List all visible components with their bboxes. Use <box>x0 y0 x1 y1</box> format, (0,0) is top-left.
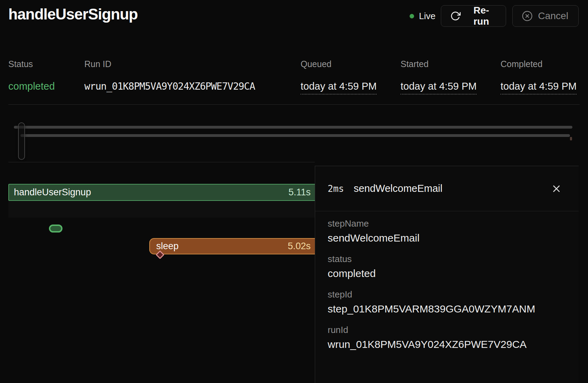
run-id-value: wrun_01K8PM5VA9Y024XZ6PWE7V29CA <box>84 81 255 92</box>
meta-run-id-label: Run ID <box>84 59 111 69</box>
gantt-step-pill-sendwelcomeemail[interactable] <box>49 225 62 233</box>
completed-time-value[interactable]: today at 4:59 PM <box>501 81 577 95</box>
meta-completed-label: Completed <box>501 59 543 69</box>
meta-queued: Queued today at 4:59 PM <box>301 59 331 69</box>
gantt-row-highlight <box>8 201 315 218</box>
live-status-dot-icon <box>410 14 414 18</box>
gantt-bar-workflow[interactable]: handleUserSignup 5.11s <box>8 184 315 201</box>
field-stepid-value: step_01K8PM5VARM839GGA0WZYM7ANM <box>328 303 566 315</box>
meta-queued-label: Queued <box>301 59 331 69</box>
cancel-button[interactable]: Cancel <box>512 5 579 27</box>
page-title: handleUserSignup <box>8 6 138 23</box>
close-icon <box>551 183 562 194</box>
gantt-bar-workflow-label: handleUserSignup <box>14 187 91 198</box>
started-time-value[interactable]: today at 4:59 PM <box>401 81 477 95</box>
field-status-value: completed <box>328 268 566 279</box>
refresh-icon <box>450 11 461 21</box>
field-stepname-label: stepName <box>328 218 566 229</box>
rerun-button[interactable]: Re-run <box>441 5 506 27</box>
meta-run-id: Run ID wrun_01K8PM5VA9Y024XZ6PWE7V29CA <box>84 59 111 69</box>
rerun-button-label: Re-run <box>466 5 497 27</box>
live-label: Live <box>419 11 436 22</box>
panel-close-button[interactable] <box>551 183 562 194</box>
gantt-bar-workflow-duration: 5.11s <box>288 187 311 198</box>
step-duration-badge: 2ms <box>328 184 344 194</box>
gantt-bar-sleep-duration: 5.02s <box>288 241 311 252</box>
meta-status-label: Status <box>8 59 33 69</box>
minimap-bar-sleep <box>20 134 570 137</box>
gantt-bar-sleep-label: sleep <box>156 241 179 252</box>
meta-status: Status completed <box>8 59 33 69</box>
step-detail-fields: stepName sendWelcomeEmail status complet… <box>315 211 579 350</box>
x-circle-icon <box>522 10 533 22</box>
status-badge: completed <box>8 81 55 92</box>
cancel-button-label: Cancel <box>538 10 568 22</box>
field-runid-label: runId <box>328 325 566 335</box>
live-indicator: Live <box>410 11 436 22</box>
divider <box>8 162 315 162</box>
field-runid-value: wrun_01K8PM5VA9Y024XZ6PWE7V29CA <box>328 339 566 350</box>
gantt-bar-sleep[interactable]: sleep 5.02s <box>149 238 315 254</box>
queued-time-value[interactable]: today at 4:59 PM <box>301 81 377 95</box>
meta-started-label: Started <box>401 59 429 69</box>
field-stepid-label: stepId <box>328 289 566 300</box>
minimap-sleep-marker <box>570 137 572 140</box>
step-detail-panel-title: sendWelcomeEmail <box>354 183 443 194</box>
step-detail-panel-header: 2ms sendWelcomeEmail <box>315 166 579 211</box>
meta-completed: Completed today at 4:59 PM <box>501 59 543 69</box>
step-detail-panel: 2ms sendWelcomeEmail stepName sendWelcom… <box>315 166 579 383</box>
meta-started: Started today at 4:59 PM <box>401 59 429 69</box>
field-stepname-value: sendWelcomeEmail <box>328 232 566 244</box>
timeline-scrubber-handle[interactable] <box>18 122 25 160</box>
field-status-label: status <box>328 254 566 264</box>
minimap-bar-workflow <box>14 126 572 129</box>
divider <box>8 104 580 105</box>
workflow-run-page: handleUserSignup Live Re-run Cancel Stat… <box>0 0 588 383</box>
